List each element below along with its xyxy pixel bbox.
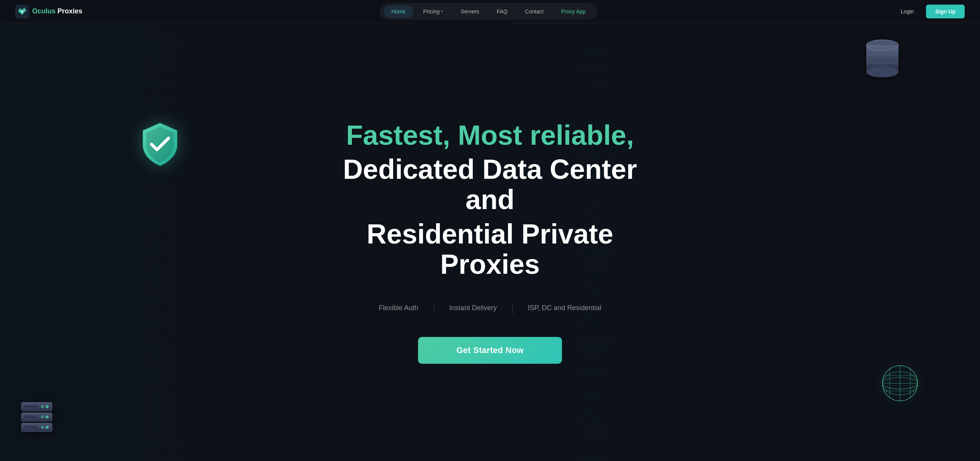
navbar: Oculus Proxies Home Pricing ▾ Servers FA… xyxy=(0,0,980,23)
nav-item-proxy-app[interactable]: Proxy App xyxy=(554,5,593,18)
logo-icon xyxy=(15,5,29,18)
signup-button[interactable]: Sign Up xyxy=(926,5,965,18)
feature-isp-dc: ISP, DC and Residential xyxy=(513,304,617,312)
nav-item-contact[interactable]: Contact xyxy=(518,5,551,18)
nav-links: Home Pricing ▾ Servers FAQ Contact Proxy… xyxy=(380,3,597,20)
server-stack-icon xyxy=(20,398,54,436)
database-decoration xyxy=(863,37,902,80)
server-stack-decoration xyxy=(20,398,54,438)
get-started-button[interactable]: Get Started Now xyxy=(418,337,562,364)
nav-item-home[interactable]: Home xyxy=(384,5,413,18)
hero-features: Flexible Auth Instant Delivery ISP, DC a… xyxy=(333,302,647,314)
logo[interactable]: Oculus Proxies xyxy=(15,5,82,18)
logo-text: Oculus Proxies xyxy=(32,7,82,15)
hero-section: Fastest, Most reliable, Dedicated Data C… xyxy=(0,0,980,461)
globe-decoration xyxy=(879,362,921,406)
svg-point-21 xyxy=(46,426,49,429)
shield-icon xyxy=(137,120,183,170)
svg-point-4 xyxy=(866,67,898,77)
svg-point-1 xyxy=(21,10,23,12)
svg-point-26 xyxy=(41,405,44,408)
svg-point-24 xyxy=(41,415,44,418)
nav-item-pricing[interactable]: Pricing ▾ xyxy=(416,5,451,18)
feature-flexible-auth: Flexible Auth xyxy=(364,304,434,312)
svg-rect-28 xyxy=(24,415,38,418)
svg-point-25 xyxy=(46,405,49,408)
hero-title-line1: Fastest, Most reliable, xyxy=(333,120,647,150)
feature-instant-delivery: Instant Delivery xyxy=(434,304,512,312)
pricing-dropdown-arrow: ▾ xyxy=(441,9,443,13)
svg-rect-29 xyxy=(24,405,38,407)
globe-icon xyxy=(879,362,921,404)
database-icon xyxy=(863,37,902,79)
login-button[interactable]: Login xyxy=(895,5,920,18)
hero-title-line3: Residential Private Proxies xyxy=(333,219,647,280)
svg-point-23 xyxy=(46,415,49,418)
shield-decoration xyxy=(137,120,183,171)
nav-right: Login Sign Up xyxy=(895,5,965,18)
nav-item-servers[interactable]: Servers xyxy=(453,5,487,18)
hero-content: Fastest, Most reliable, Dedicated Data C… xyxy=(318,120,662,364)
hero-title-line2: Dedicated Data Center and xyxy=(333,154,647,215)
svg-rect-27 xyxy=(24,426,38,428)
nav-item-faq[interactable]: FAQ xyxy=(489,5,515,18)
svg-point-22 xyxy=(41,426,44,429)
